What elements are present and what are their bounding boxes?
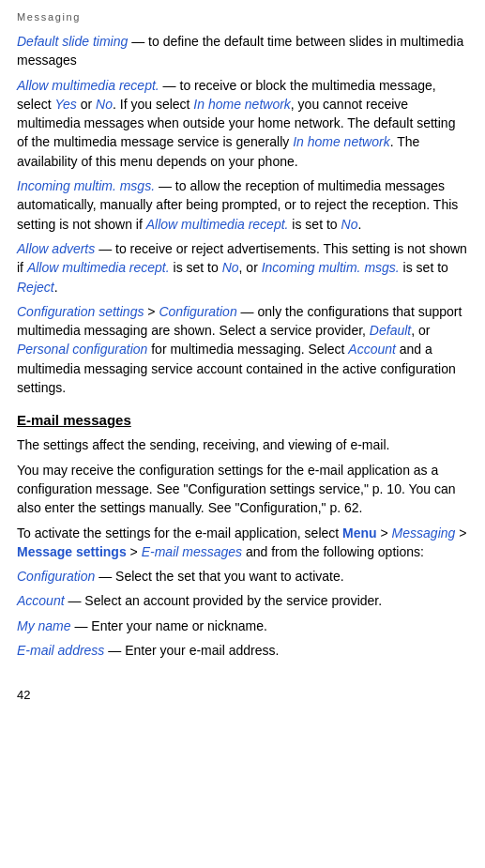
page-number-label: 42 bbox=[17, 688, 30, 702]
text-email-messages-link: E-mail messages bbox=[142, 544, 242, 559]
text-yes: Yes bbox=[54, 97, 76, 112]
para-email-account-option: Account — Select an account provided by … bbox=[17, 591, 468, 610]
lead-email-address: E-mail address bbox=[17, 643, 104, 658]
trail-email-myname: — Enter your name or nickname. bbox=[71, 618, 267, 633]
text-no3: No bbox=[222, 260, 239, 275]
lead-email-myname: My name bbox=[17, 618, 71, 633]
text-account-config: Account bbox=[348, 342, 396, 357]
text-menu: Menu bbox=[342, 525, 377, 541]
text-default: Default bbox=[370, 323, 411, 338]
para-email-config-option: Configuration — Select the set that you … bbox=[17, 567, 468, 586]
trail-email-address: — Enter your e-mail address. bbox=[104, 643, 279, 658]
lead-allow-adverts: Allow adverts bbox=[17, 241, 95, 256]
text-no1: No bbox=[96, 97, 113, 112]
trail-email-account: — Select an account provided by the serv… bbox=[65, 593, 383, 608]
trail-email-config: — Select the set that you want to activa… bbox=[95, 569, 343, 584]
text-message-settings: Message settings bbox=[17, 544, 127, 559]
para-allow-adverts: Allow adverts — to receive or reject adv… bbox=[17, 239, 468, 297]
lead-email-config: Configuration bbox=[17, 569, 95, 584]
header-title: Messaging bbox=[17, 11, 81, 23]
text-allow-multimedia-recept2: Allow multimedia recept. bbox=[146, 217, 289, 232]
section-heading-label: E-mail messages bbox=[17, 412, 131, 428]
para-email-address-option: E-mail address — Enter your e-mail addre… bbox=[17, 641, 468, 660]
text-email-intro2: You may receive the configuration settin… bbox=[17, 463, 456, 516]
para-default-slide-timing: Default slide timing — to define the def… bbox=[17, 32, 468, 70]
text-messaging: Messaging bbox=[392, 525, 456, 541]
lead-incoming-multim: Incoming multim. msgs. bbox=[17, 178, 155, 193]
text-email-intro1: The settings affect the sending, receivi… bbox=[17, 437, 389, 452]
section-heading-email: E-mail messages bbox=[17, 412, 468, 428]
para-email-myname-option: My name — Enter your name or nickname. bbox=[17, 617, 468, 635]
lead-allow-multimedia: Allow multimedia recept. bbox=[17, 78, 159, 93]
lead-email-account: Account bbox=[17, 593, 65, 608]
lead-default-slide-timing: Default slide timing bbox=[17, 34, 128, 49]
text-reject: Reject bbox=[17, 280, 54, 295]
text-in-home2: In home network bbox=[293, 134, 390, 149]
text-in-home: In home network bbox=[193, 97, 291, 112]
lead-config-settings: Configuration settings bbox=[17, 304, 144, 319]
para-email-activate: To activate the settings for the e-mail … bbox=[17, 524, 468, 562]
para-email-intro1: The settings affect the sending, receivi… bbox=[17, 435, 468, 454]
text-no2: No bbox=[341, 217, 358, 232]
page-number: 42 bbox=[17, 688, 468, 702]
text-allow-multimedia-recept3: Allow multimedia recept. bbox=[27, 260, 170, 275]
para-allow-multimedia: Allow multimedia recept. — to receive or… bbox=[17, 76, 468, 171]
page-header: Messaging bbox=[17, 11, 468, 23]
para-incoming-multim: Incoming multim. msgs. — to allow the re… bbox=[17, 176, 468, 234]
para-email-intro2: You may receive the configuration settin… bbox=[17, 461, 468, 518]
para-config-settings: Configuration settings > Configuration —… bbox=[17, 302, 468, 397]
text-personal-config: Personal configuration bbox=[17, 342, 147, 357]
text-configuration: Configuration bbox=[159, 304, 236, 319]
text-incoming-multim2: Incoming multim. msgs. bbox=[262, 260, 400, 275]
